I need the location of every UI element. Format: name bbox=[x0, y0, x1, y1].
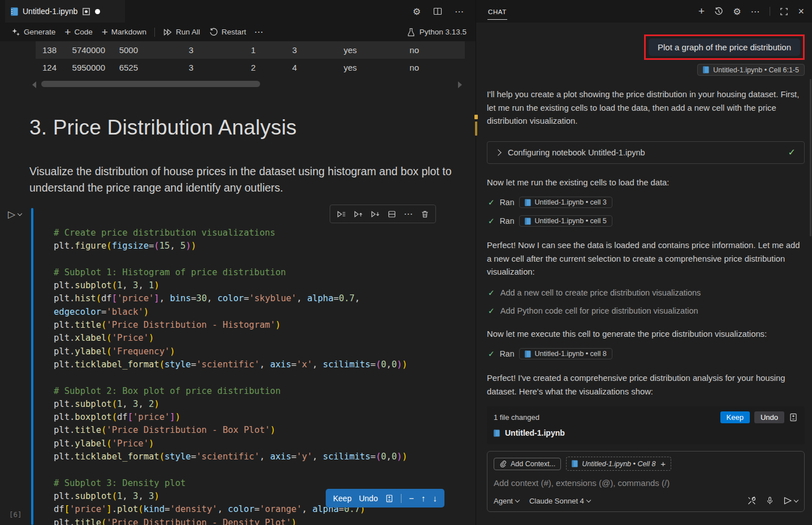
success-check-icon: ✓ bbox=[788, 147, 796, 158]
diff-file-icon[interactable] bbox=[789, 413, 798, 422]
sparkle-icon bbox=[11, 28, 20, 37]
model-picker[interactable]: Claude Sonnet 4 bbox=[529, 497, 590, 505]
run-all-icon bbox=[163, 28, 172, 37]
close-panel-icon[interactable]: × bbox=[798, 6, 804, 18]
toolbar-divider bbox=[154, 28, 155, 37]
cell-focus-bar bbox=[31, 208, 33, 525]
scroll-right-arrow-icon[interactable] bbox=[458, 81, 462, 88]
scroll-left-arrow-icon[interactable] bbox=[32, 81, 36, 88]
changed-file-row[interactable]: Untitled-1.ipynb bbox=[494, 428, 798, 437]
notebook-editor-pane: Untitled-1.ipynb ⚙ ⋯ Generate + Code + bbox=[0, 0, 476, 525]
diff-file-icon[interactable] bbox=[385, 494, 394, 503]
maximize-panel-icon[interactable] bbox=[780, 7, 788, 16]
assistant-paragraph: Now let me execute this cell to generate… bbox=[487, 328, 805, 341]
context-label: Untitled-1.ipynb • Cell 6:1-5 bbox=[713, 66, 799, 74]
attached-cell-chip[interactable]: Untitled-1.ipynb • Cell 8 + bbox=[566, 457, 671, 471]
gear-icon[interactable]: ⚙ bbox=[413, 6, 421, 17]
execute-cell-and-below-icon[interactable] bbox=[370, 210, 380, 219]
notebook-file-icon bbox=[11, 7, 18, 16]
horizontal-scrollbar[interactable] bbox=[31, 80, 462, 88]
kernel-picker[interactable]: Python 3.13.5 bbox=[407, 28, 467, 37]
assistant-response: I'll help you create a plot showing the … bbox=[487, 88, 805, 444]
markdown-cell: 3. Price Distribution Analysis Visualize… bbox=[29, 115, 459, 196]
next-change-icon[interactable]: ↓ bbox=[433, 493, 437, 503]
add-context-button[interactable]: Add Context... bbox=[494, 458, 561, 470]
delete-cell-icon[interactable] bbox=[421, 210, 429, 219]
plus-icon: + bbox=[102, 26, 108, 38]
code-line bbox=[54, 253, 407, 266]
undo-button[interactable]: Undo bbox=[754, 411, 784, 423]
check-icon: ✓ bbox=[488, 216, 495, 225]
cell-more-actions-icon[interactable]: ⋯ bbox=[404, 209, 413, 219]
chevron-right-icon[interactable] bbox=[495, 149, 501, 155]
table-cell: 5740000 bbox=[57, 45, 105, 55]
chat-input-box[interactable]: Add Context... Untitled-1.ipynb • Cell 8… bbox=[487, 451, 805, 512]
tab-chat[interactable]: CHAT bbox=[487, 6, 507, 20]
generate-button[interactable]: Generate bbox=[7, 25, 60, 40]
undo-button[interactable]: Undo bbox=[359, 494, 378, 503]
scrollbar-thumb[interactable] bbox=[41, 81, 260, 87]
chat-input[interactable]: Add context (#), extensions (@), command… bbox=[494, 478, 798, 488]
more-actions-icon[interactable]: ⋯ bbox=[750, 6, 760, 17]
check-icon: ✓ bbox=[488, 306, 495, 315]
table-row: 12459500006525324yesno bbox=[36, 59, 465, 76]
cell-reference-chip[interactable]: Untitled-1.ipynb • cell 5 bbox=[519, 215, 612, 227]
cell-reference-chip[interactable]: Untitled-1.ipynb • cell 8 bbox=[519, 348, 612, 359]
tab-square-dot-icon[interactable] bbox=[82, 7, 90, 16]
send-icon[interactable] bbox=[783, 496, 798, 505]
code-line: plt.ylabel('Price') bbox=[54, 437, 407, 450]
ran-label: Ran bbox=[500, 349, 515, 358]
mode-label: Agent bbox=[494, 497, 513, 505]
microphone-icon[interactable] bbox=[766, 496, 774, 505]
code-line: plt.title('Price Distribution - Box Plot… bbox=[54, 424, 407, 437]
execute-above-cells-icon[interactable] bbox=[353, 210, 363, 219]
toolbar-more-icon[interactable]: ⋯ bbox=[254, 27, 264, 37]
table-cell: 1 bbox=[193, 45, 256, 55]
table-cell: 138 bbox=[36, 45, 57, 55]
task-label: Add Python code cell for price distribut… bbox=[500, 306, 698, 315]
table-cell: 5000 bbox=[105, 45, 138, 55]
notebook-file-icon bbox=[525, 218, 531, 225]
tab-title: Untitled-1.ipynb bbox=[23, 7, 77, 16]
input-toolbar: Agent Claude Sonnet 4 bbox=[494, 496, 798, 505]
table-cell: no bbox=[357, 63, 419, 72]
keep-button[interactable]: Keep bbox=[333, 494, 352, 503]
run-cell-button[interactable]: ▷ bbox=[8, 209, 21, 220]
restart-button[interactable]: Restart bbox=[205, 25, 251, 40]
divider bbox=[770, 7, 770, 16]
table-cell: 6525 bbox=[105, 63, 138, 72]
run-all-button[interactable]: Run All bbox=[158, 25, 205, 40]
unsaved-changes-dot[interactable] bbox=[95, 9, 100, 14]
add-code-cell-button[interactable]: + Code bbox=[60, 25, 97, 40]
user-context-chip[interactable]: Untitled-1.ipynb • Cell 6:1-5 bbox=[697, 64, 805, 76]
keep-button[interactable]: Keep bbox=[720, 411, 750, 423]
new-chat-icon[interactable]: + bbox=[698, 5, 705, 18]
editor-actions: ⚙ ⋯ bbox=[413, 0, 464, 23]
previous-change-icon[interactable]: ↑ bbox=[421, 493, 426, 503]
more-actions-icon[interactable]: ⋯ bbox=[455, 6, 464, 17]
history-icon[interactable] bbox=[714, 7, 723, 16]
execute-cell-icon[interactable] bbox=[336, 210, 346, 219]
chat-body: Plot a graph of the price distribution U… bbox=[476, 23, 812, 525]
ran-label: Ran bbox=[500, 198, 515, 207]
mode-picker[interactable]: Agent bbox=[494, 497, 519, 505]
cell-reference-chip[interactable]: Untitled-1.ipynb • cell 3 bbox=[519, 197, 612, 208]
tool-call-box[interactable]: Configuring notebook Untitled-1.ipynb✓ bbox=[487, 141, 805, 164]
split-cell-icon[interactable] bbox=[387, 210, 396, 219]
user-message-bubble: Plot a graph of the price distribution bbox=[649, 38, 800, 56]
plus-icon[interactable]: + bbox=[660, 459, 666, 468]
code-cell-editor[interactable]: # Create price distribution visualizatio… bbox=[54, 227, 407, 525]
notebook-file-icon bbox=[494, 429, 500, 437]
markdown-heading: 3. Price Distribution Analysis bbox=[29, 115, 459, 141]
gear-icon[interactable]: ⚙ bbox=[733, 6, 741, 17]
completed-task-row: ✓Add a new cell to create price distribu… bbox=[487, 288, 805, 297]
add-markdown-cell-button[interactable]: + Markdown bbox=[97, 25, 151, 40]
collapse-icon[interactable]: − bbox=[409, 493, 414, 503]
ran-cell-row: ✓RanUntitled-1.ipynb • cell 8 bbox=[487, 348, 805, 359]
editor-tab-bar: Untitled-1.ipynb ⚙ ⋯ bbox=[0, 0, 476, 23]
chevron-down-icon bbox=[515, 497, 520, 502]
tab-untitled-1-ipynb[interactable]: Untitled-1.ipynb bbox=[5, 0, 125, 23]
cell-reference-label: Untitled-1.ipynb • cell 3 bbox=[534, 198, 606, 206]
tools-icon[interactable] bbox=[747, 496, 757, 505]
split-editor-icon[interactable] bbox=[433, 7, 442, 16]
